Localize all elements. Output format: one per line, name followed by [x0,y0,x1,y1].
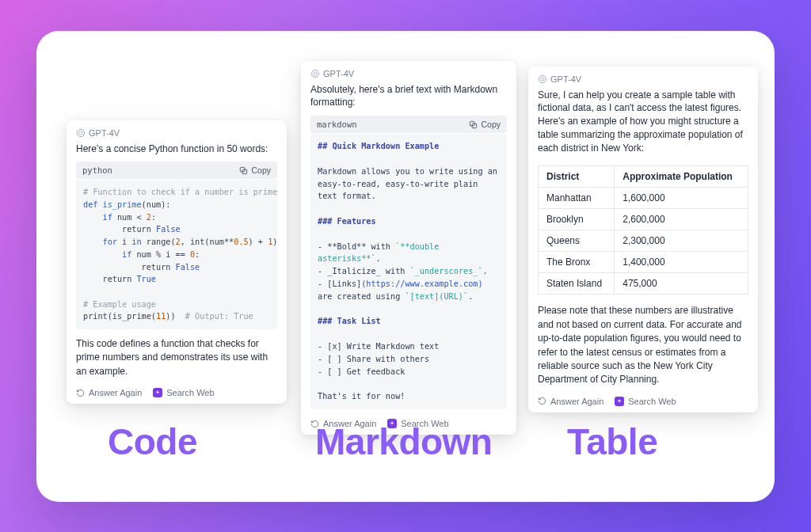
copy-icon [469,120,478,129]
answer-again-button[interactable]: Answer Again [76,388,142,397]
table-outro: Please note that these numbers are illus… [538,304,748,386]
col-population: Approximate Population [615,166,748,188]
md-lang-label: markdown [317,120,357,129]
copy-button[interactable]: Copy [469,120,501,129]
card-footer: Answer Again Search Web [538,395,748,406]
population-table: District Approximate Population Manhatta… [538,165,748,294]
card-header: GPT-4V [76,128,277,138]
svg-point-8 [539,75,546,82]
markdown-block: ## Quick Markdown Example Markdown allow… [310,134,507,409]
card-markdown: GPT-4V Absolutely, here's a brief text w… [301,61,516,435]
table-row: The Bronx1,400,000 [539,252,748,273]
model-name: GPT-4V [550,74,581,84]
sparkle-icon [615,397,624,406]
table-row: Brooklyn2,600,000 [539,209,748,230]
svg-point-0 [78,129,85,136]
col-district: District [539,166,615,188]
search-web-button[interactable]: Search Web [153,388,214,397]
model-name: GPT-4V [323,69,354,78]
copy-button[interactable]: Copy [239,165,271,175]
table-intro: Sure, I can help you create a sample tab… [538,89,748,155]
copy-icon [239,166,248,175]
table-row: Staten Island475,000 [539,273,748,294]
model-icon [76,128,86,138]
svg-point-1 [79,131,82,135]
md-toolbar: markdown Copy [310,116,507,133]
model-name: GPT-4V [89,128,120,138]
section-label-table: Table [567,420,657,463]
copy-label: Copy [251,165,271,175]
code-lang-label: python [82,165,112,175]
code-toolbar: python Copy [76,162,277,179]
svg-point-4 [312,70,319,77]
model-icon [538,74,547,84]
card-code: GPT-4V Here's a concise Python function … [67,120,287,405]
sparkle-icon [153,388,162,397]
copy-label: Copy [481,120,501,129]
model-icon [310,69,320,78]
card-footer: Answer Again Search Web [76,386,277,397]
refresh-icon [76,389,85,397]
code-intro: Here's a concise Python function in 50 w… [76,142,277,156]
svg-point-5 [314,72,317,75]
search-web-button[interactable]: Search Web [615,397,676,406]
table-row: Manhattan1,600,000 [539,188,748,209]
code-block: # Function to check if a number is prime… [76,180,277,329]
table-row: Queens2,300,000 [539,230,748,252]
section-label-code: Code [108,420,197,463]
code-outro: This code defines a function that checks… [76,337,277,378]
card-header: GPT-4V [538,74,748,84]
md-intro: Absolutely, here's a brief text with Mar… [310,83,507,110]
showcase-stage: GPT-4V Here's a concise Python function … [36,31,775,502]
answer-again-button[interactable]: Answer Again [538,397,603,406]
refresh-icon [538,397,546,405]
card-table: GPT-4V Sure, I can help you create a sam… [528,66,758,412]
card-header: GPT-4V [310,69,507,78]
svg-point-9 [541,78,544,81]
section-label-markdown: Markdown [315,420,492,463]
